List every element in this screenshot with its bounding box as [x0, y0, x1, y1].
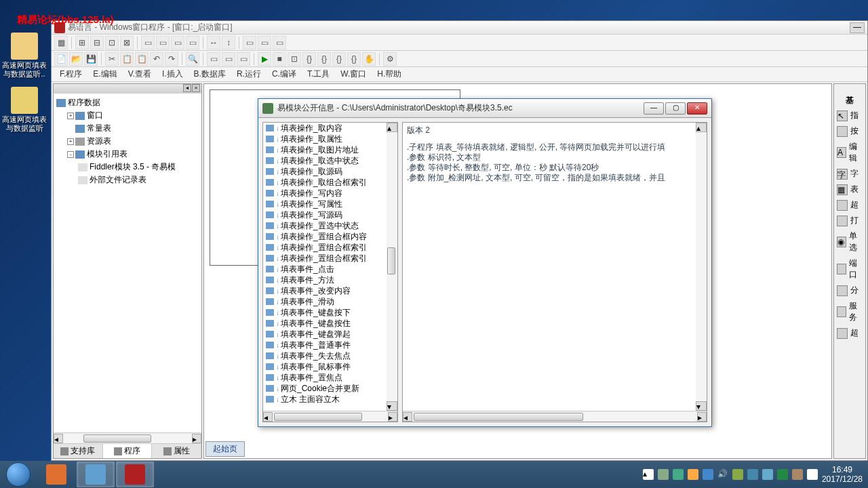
undo-button[interactable]: ↶: [150, 52, 163, 66]
expander-icon[interactable]: +: [67, 113, 74, 119]
minimize-button[interactable]: —: [644, 102, 664, 115]
list-item[interactable]: ↓填表事件_滑动: [263, 296, 387, 307]
tree-node[interactable]: 外部文件记录表: [56, 174, 199, 186]
tray-icon[interactable]: ▴: [643, 469, 654, 480]
vertical-scrollbar[interactable]: ▴▾: [696, 123, 707, 411]
toolbox-item[interactable]: A编辑: [834, 139, 865, 166]
dialog-titlebar[interactable]: 易模块公开信息 - C:\Users\Administrator\Desktop…: [258, 99, 711, 118]
panel-close-button[interactable]: ×: [192, 84, 200, 92]
tab-program[interactable]: 程序: [103, 444, 153, 458]
list-item[interactable]: ↓填表事件_键盘弹起: [263, 329, 387, 340]
tray-icon[interactable]: [762, 469, 773, 480]
list-item[interactable]: ↓网页_Cookie合并更新: [263, 383, 387, 394]
tray-icon[interactable]: [703, 469, 713, 480]
task-button[interactable]: [37, 462, 75, 487]
vertical-scrollbar[interactable]: ▴ ▾: [387, 123, 397, 411]
toolbar-button[interactable]: ▭: [156, 36, 170, 49]
toolbar-button[interactable]: ▭: [243, 36, 256, 49]
close-button[interactable]: ✕: [687, 102, 707, 115]
toolbar-button[interactable]: ▭: [222, 52, 235, 66]
toolbar-button[interactable]: ▭: [237, 52, 250, 66]
cut-button[interactable]: ✂: [105, 52, 119, 66]
clock[interactable]: 16:49 2017/12/28: [822, 465, 863, 484]
step-button[interactable]: {}: [332, 52, 346, 66]
tray-icon[interactable]: [732, 469, 743, 480]
copy-button[interactable]: 📋: [120, 52, 134, 66]
toolbox-item[interactable]: 按: [834, 123, 865, 139]
list-item[interactable]: ↓填表操作_取图片地址: [263, 144, 387, 155]
toolbox-item[interactable]: ↖指: [834, 108, 865, 123]
toolbar-button[interactable]: ⊡: [288, 52, 301, 66]
toolbar-button[interactable]: ⊟: [90, 36, 104, 49]
volume-icon[interactable]: 🔊: [717, 469, 728, 480]
open-button[interactable]: 📂: [69, 52, 83, 66]
tray-icon[interactable]: [792, 469, 803, 480]
toolbox-item[interactable]: 端口: [834, 256, 865, 283]
toolbox-item[interactable]: 服务: [834, 298, 865, 325]
toolbar-button[interactable]: ⊡: [105, 36, 119, 49]
tray-icon[interactable]: [777, 469, 788, 480]
toolbar-button[interactable]: ⊠: [120, 36, 134, 49]
save-button[interactable]: 💾: [84, 52, 98, 66]
menu-window[interactable]: W.窗口: [335, 67, 372, 81]
toolbox-item[interactable]: 超: [834, 197, 865, 213]
toolbox-item[interactable]: 字字: [834, 166, 865, 182]
toolbox-item[interactable]: ◉单选: [834, 228, 865, 256]
tree-root[interactable]: 程序数据: [56, 96, 199, 109]
menu-view[interactable]: V.查看: [123, 67, 157, 81]
tree-node[interactable]: Fiddler模块 3.5 - 奇易模: [56, 161, 199, 174]
start-button[interactable]: [0, 461, 37, 488]
tree-node[interactable]: 常量表: [56, 122, 199, 135]
list-item[interactable]: ↓填表事件_键盘按住: [263, 318, 387, 329]
toolbox-item[interactable]: 打: [834, 213, 865, 228]
task-button[interactable]: [116, 462, 154, 487]
list-item[interactable]: ↓填表操作_写源码: [263, 209, 387, 220]
toolbar-button[interactable]: ↔: [207, 36, 220, 49]
desktop-icon[interactable]: 高速网页填表与数据监听..: [1, 33, 47, 79]
list-item[interactable]: ↓填表操作_置组合框索引: [263, 242, 387, 253]
list-item[interactable]: ↓填表操作_取源码: [263, 166, 387, 177]
new-button[interactable]: 📄: [54, 52, 68, 66]
list-item[interactable]: ↓填表事件_置焦点: [263, 372, 387, 383]
horizontal-scrollbar[interactable]: ◂▸: [54, 432, 201, 443]
list-item[interactable]: ↓填表操作_置组合框内容: [263, 231, 387, 242]
action-center-icon[interactable]: [807, 469, 818, 480]
list-item[interactable]: ↓填表操作_取选中状态: [263, 155, 387, 166]
list-item[interactable]: ↓填表事件_点击: [263, 264, 387, 274]
list-item[interactable]: ↓填表事件_键盘按下: [263, 307, 387, 318]
task-button[interactable]: [77, 462, 115, 487]
run-button[interactable]: ▶: [258, 52, 271, 66]
list-item[interactable]: ↓填表操作_写属性: [263, 199, 387, 209]
menu-program[interactable]: F.程序: [54, 67, 87, 81]
maximize-button[interactable]: ▢: [665, 102, 686, 115]
project-tree[interactable]: 程序数据 + 窗口 常量表 + 资源表 -: [54, 94, 201, 432]
function-list[interactable]: ↓填表操作_取内容↓填表操作_取属性↓填表操作_取图片地址↓填表操作_取选中状态…: [263, 123, 387, 411]
tray-icon[interactable]: [658, 469, 669, 480]
toolbar-button[interactable]: ▭: [207, 52, 220, 66]
toolbox-item[interactable]: 超: [834, 325, 865, 341]
toolbar-button[interactable]: ⊞: [75, 36, 89, 49]
tree-node[interactable]: + 窗口: [56, 109, 199, 122]
horizontal-scrollbar[interactable]: ◂▸: [263, 411, 397, 422]
list-item[interactable]: ↓填表事件_方法: [263, 274, 387, 285]
tab-start-page[interactable]: 起始页: [205, 441, 245, 457]
menu-edit[interactable]: E.编辑: [87, 67, 122, 81]
horizontal-scrollbar[interactable]: ◂▸: [403, 411, 707, 422]
tray-icon[interactable]: [747, 469, 758, 480]
find-button[interactable]: 🔍: [186, 52, 199, 66]
toolbar-button[interactable]: ⚙: [383, 52, 397, 66]
list-item[interactable]: ↓填表操作_取组合框索引: [263, 177, 387, 188]
toolbar-button[interactable]: ↕: [222, 36, 235, 49]
list-item[interactable]: ↓填表操作_置选中状态: [263, 220, 387, 231]
list-item[interactable]: ↓填表事件_普通事件: [263, 340, 387, 350]
tab-properties[interactable]: 属性: [152, 444, 201, 458]
menu-database[interactable]: B.数据库: [189, 67, 231, 81]
menu-compile[interactable]: C.编译: [267, 67, 302, 81]
tray-icon[interactable]: [673, 469, 684, 480]
tray-icon[interactable]: [688, 469, 698, 480]
list-item[interactable]: ↓填表操作_置组合框索引: [263, 253, 387, 264]
menu-tools[interactable]: T.工具: [302, 67, 335, 81]
list-item[interactable]: ↓填表操作_取属性: [263, 134, 387, 144]
list-item[interactable]: ↓填表事件_改变内容: [263, 285, 387, 296]
step-button[interactable]: {}: [317, 52, 331, 66]
